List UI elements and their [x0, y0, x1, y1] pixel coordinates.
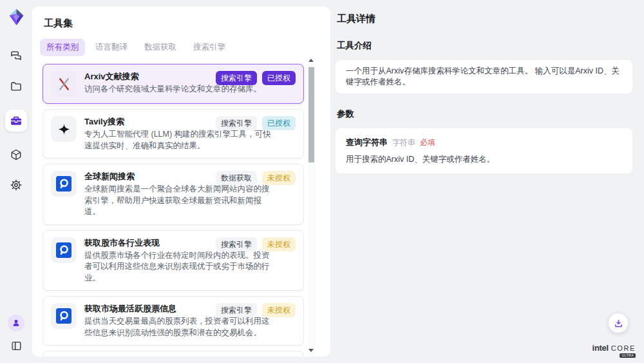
tool-card[interactable]: 获取市场最活跃股票信息 提供当天交易量最高的股票列表，投资者可以利用这些信息来识… — [43, 296, 304, 346]
tool-card-list: Arxiv文献搜索 访问各个研究领域大量科学论文和文章的存储库。 搜索引擎 已授… — [43, 64, 304, 357]
tool-card-badges: 数据获取 未授权 — [216, 171, 296, 185]
tavily-icon — [51, 116, 77, 142]
auth-status-badge: 未授权 — [262, 303, 296, 317]
tool-card-badges: 搜索引擎 未授权 — [216, 237, 296, 251]
category-badge: 搜索引擎 — [216, 303, 257, 317]
tianapi-q-icon — [51, 171, 77, 197]
settings-icon[interactable] — [9, 178, 23, 192]
parameter-description: 用于搜索的Arxiv ID、关键字或作者姓名。 — [346, 154, 622, 165]
tianapi-q-icon — [51, 303, 77, 329]
brand-ultra-badge: ultra — [620, 353, 636, 358]
auth-status-badge: 未授权 — [262, 171, 296, 185]
category-badge: 搜索引擎 — [216, 71, 257, 85]
toolbox-icon[interactable] — [5, 110, 27, 132]
list-scrollbar[interactable] — [308, 57, 315, 354]
auth-status-badge: 未授权 — [262, 237, 296, 251]
tool-card-badges: 搜索引擎 已授权 — [216, 116, 296, 130]
scrollbar-thumb[interactable] — [308, 67, 314, 162]
detail-panel-title: 工具详情 — [337, 13, 644, 25]
parameter-type: 字符串 — [392, 137, 415, 148]
params-section-heading: 参数 — [337, 108, 644, 120]
chat-icon[interactable] — [9, 49, 23, 63]
parameter-header: 查询字符串 字符串 必填 — [346, 137, 622, 148]
tool-card-description: 提供股票市场各个行业在特定时间段内的表现。投资者可以利用这些信息来识别表现优于或… — [84, 250, 272, 284]
intel-core-logo: intel core ultra — [592, 344, 636, 358]
category-tab[interactable]: 搜索引擎 — [187, 39, 232, 56]
tool-card-description: 全球新闻搜索是一个聚合全球各大新闻网站内容的搜索引擎，帮助用户快速获取全球最新资… — [84, 184, 272, 218]
category-tab[interactable]: 所有类别 — [40, 39, 85, 56]
parameter-name: 查询字符串 — [346, 137, 388, 148]
category-badge: 搜索引擎 — [216, 116, 257, 130]
user-icon[interactable] — [8, 315, 24, 331]
package-icon[interactable] — [9, 148, 23, 162]
tool-card[interactable]: 全球新闻搜索 全球新闻搜索是一个聚合全球各大新闻网站内容的搜索引擎，帮助用户快速… — [43, 164, 304, 225]
rail-icon-group — [5, 49, 27, 192]
download-button[interactable] — [609, 313, 628, 333]
tool-detail-panel: 工具详情 工具介绍 一个用于从Arxiv存储库搜索科学论文和文章的工具。 输入可… — [330, 0, 644, 363]
category-badge: 搜索引擎 — [216, 237, 257, 251]
app-logo — [8, 8, 25, 26]
tools-panel-title: 工具集 — [44, 17, 330, 30]
intro-section-heading: 工具介绍 — [337, 40, 644, 52]
download-icon — [614, 319, 623, 328]
folder-icon[interactable] — [9, 79, 23, 93]
tool-card[interactable]: 获取股市各行业表现 提供股票市场各个行业在特定时间段内的表现。投资者可以利用这些… — [43, 230, 304, 291]
tool-card-description: 提供当天交易量最高的股票列表，投资者可以利用这些信息来识别流动性强的股票和潜在的… — [84, 316, 272, 338]
auth-status-badge: 已授权 — [262, 71, 296, 85]
tool-card[interactable]: Arxiv文献搜索 访问各个研究领域大量科学论文和文章的存储库。 搜索引擎 已授… — [43, 64, 304, 104]
rail-bottom-group — [8, 315, 24, 353]
panel-toggle-icon[interactable] — [9, 338, 23, 353]
parameter-card: 查询字符串 字符串 必填 用于搜索的Arxiv ID、关键字或作者姓名。 — [336, 128, 632, 173]
tool-card[interactable]: 万维地区新闻查询 查询具体行政区划内的新闻，快速了解各地新闻动 搜索引擎 未授权 — [43, 351, 304, 357]
tianapi-q-icon — [51, 237, 77, 263]
tool-card-description: 专为人工智能代理 (LLM) 构建的搜索引擎工具，可快速提供实时、准确和真实的结… — [84, 129, 272, 152]
tool-card-badges: 搜索引擎 已授权 — [216, 71, 296, 85]
tool-card[interactable]: Tavily搜索 专为人工智能代理 (LLM) 构建的搜索引擎工具，可快速提供实… — [43, 109, 304, 159]
arxiv-icon — [51, 71, 77, 97]
category-tabs: 所有类别语言翻译数据获取搜索引擎 — [40, 39, 330, 56]
category-badge: 数据获取 — [216, 171, 257, 185]
left-icon-rail — [0, 0, 32, 363]
category-tab[interactable]: 语言翻译 — [89, 39, 134, 56]
brand-intel-text: intel — [592, 344, 609, 352]
tools-panel: 工具集 所有类别语言翻译数据获取搜索引擎 Arxiv文献搜索 访问各个研究领域大… — [32, 6, 330, 357]
scrollbar-down-arrow-icon[interactable] — [308, 349, 314, 352]
category-tab[interactable]: 数据获取 — [138, 39, 183, 56]
brand-core-text: core — [611, 345, 636, 352]
intro-card: 一个用于从Arxiv存储库搜索科学论文和文章的工具。 输入可以是Arxiv ID… — [336, 60, 632, 93]
tool-card-description: 访问各个研究领域大量科学论文和文章的存储库。 — [84, 84, 261, 95]
tool-card-badges: 搜索引擎 未授权 — [216, 303, 296, 317]
parameter-required-flag: 必填 — [420, 137, 435, 148]
scrollbar-up-arrow-icon[interactable] — [308, 59, 314, 62]
auth-status-badge: 已授权 — [262, 116, 296, 130]
